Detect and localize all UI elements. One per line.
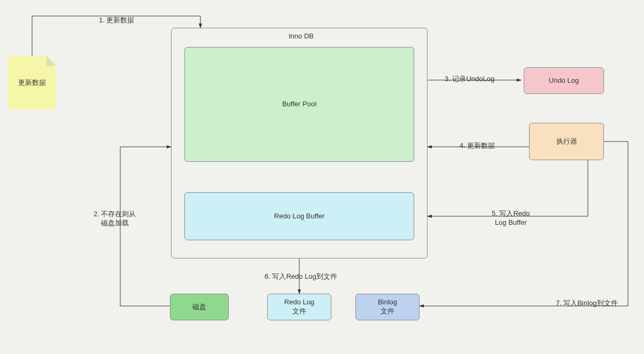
buffer-pool-label: Buffer Pool bbox=[282, 100, 316, 109]
binlog-file: Binlog 文件 bbox=[355, 294, 420, 320]
label-edge-4: 4. 更新数据 bbox=[460, 141, 495, 151]
disk-label: 磁盘 bbox=[192, 303, 206, 312]
binlog-file-label: Binlog 文件 bbox=[378, 298, 397, 316]
label-edge-6: 6. 写入Redo Log到文件 bbox=[265, 272, 337, 281]
edge-5 bbox=[428, 160, 588, 216]
executor-label: 执行器 bbox=[556, 137, 577, 146]
innodb-title: Inno DB bbox=[289, 32, 314, 41]
update-data-note: 更新数据 bbox=[8, 56, 56, 109]
disk: 磁盘 bbox=[170, 294, 229, 320]
undo-log: Undo Log bbox=[524, 67, 604, 94]
executor: 执行器 bbox=[529, 123, 604, 160]
label-edge-1: 1. 更新数据 bbox=[99, 16, 134, 25]
redo-log-file: Redo Log 文件 bbox=[267, 294, 331, 320]
redo-log-buffer-label: Redo Log Buffer bbox=[274, 212, 324, 221]
redo-log-buffer: Redo Log Buffer bbox=[184, 192, 414, 240]
buffer-pool: Buffer Pool bbox=[184, 47, 414, 162]
label-edge-5: 5. 写入Redo Log Buffer bbox=[492, 209, 530, 227]
undo-log-label: Undo Log bbox=[549, 76, 579, 85]
label-edge-3: 3. 记录UndoLog bbox=[445, 75, 494, 84]
redo-log-file-label: Redo Log 文件 bbox=[284, 298, 314, 316]
label-edge-7: 7. 写入Binlog到文件 bbox=[556, 299, 618, 308]
label-edge-2: 2. 不存在则从 磁盘加载 bbox=[94, 210, 136, 228]
update-data-note-label: 更新数据 bbox=[18, 78, 46, 88]
